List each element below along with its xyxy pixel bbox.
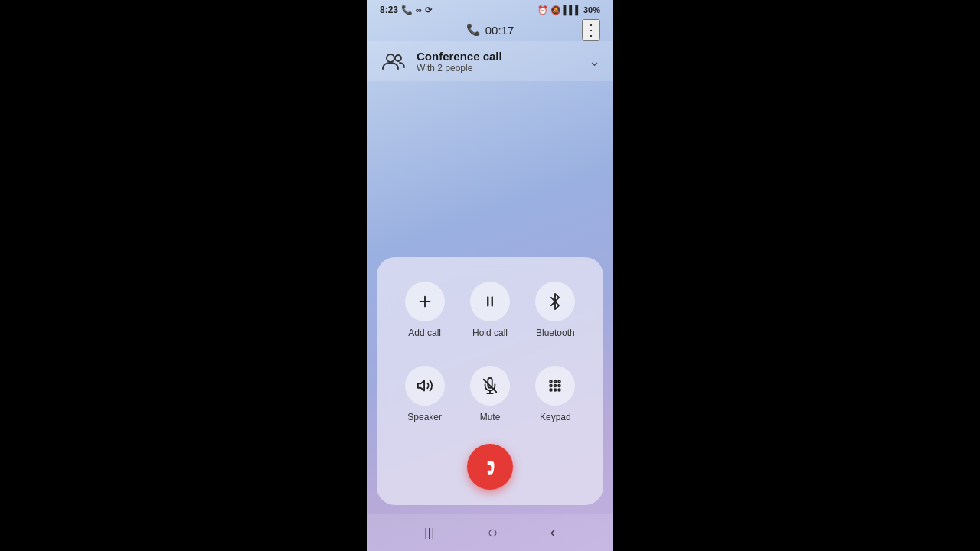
add-call-icon bbox=[405, 282, 445, 321]
time-display: 8:23 bbox=[380, 5, 398, 15]
mute-icon-container bbox=[470, 366, 510, 406]
svg-point-13 bbox=[550, 385, 552, 387]
svg-marker-6 bbox=[417, 381, 423, 391]
pause-icon bbox=[482, 293, 498, 310]
speaker-icon bbox=[416, 377, 433, 394]
keypad-button[interactable]: Keypad bbox=[523, 360, 588, 429]
end-call-button[interactable] bbox=[467, 444, 513, 490]
svg-point-18 bbox=[558, 389, 560, 391]
control-grid-bottom: Speaker Mute bbox=[392, 360, 588, 429]
speaker-label: Speaker bbox=[407, 412, 442, 422]
end-call-container bbox=[392, 444, 588, 490]
svg-point-1 bbox=[395, 55, 401, 61]
nav-back-button[interactable]: ‹ bbox=[550, 523, 555, 543]
hold-call-label: Hold call bbox=[472, 328, 508, 338]
conference-info: Conference call With 2 people ⌄ bbox=[368, 41, 612, 81]
control-panel: Add call Hold call Bl bbox=[377, 257, 603, 505]
svg-point-17 bbox=[554, 389, 557, 391]
timer-display: 00:17 bbox=[485, 24, 514, 37]
bluetooth-label: Bluetooth bbox=[536, 328, 575, 338]
control-grid-top: Add call Hold call Bl bbox=[392, 276, 588, 344]
svg-point-15 bbox=[558, 385, 560, 387]
speaker-icon-container bbox=[405, 366, 445, 406]
phone-call-icon: 📞 bbox=[401, 5, 413, 15]
status-right: ⏰ 🔕 ▌▌▌ 30% bbox=[537, 5, 600, 15]
bluetooth-button[interactable]: Bluetooth bbox=[523, 276, 588, 344]
svg-point-11 bbox=[554, 380, 557, 383]
voicemail-icon: ∞ bbox=[416, 5, 422, 15]
status-bar: 8:23 📞 ∞ ⟳ ⏰ 🔕 ▌▌▌ 30% bbox=[368, 0, 612, 18]
mute-label: Mute bbox=[480, 412, 501, 422]
keypad-icon bbox=[547, 377, 564, 394]
svg-point-14 bbox=[554, 385, 557, 387]
conference-text: Conference call With 2 people bbox=[416, 50, 502, 73]
conference-title: Conference call bbox=[416, 50, 502, 63]
end-call-icon bbox=[479, 456, 501, 478]
status-left: 8:23 📞 ∞ ⟳ bbox=[380, 5, 432, 15]
add-call-label: Add call bbox=[408, 328, 441, 338]
hold-call-button[interactable]: Hold call bbox=[457, 276, 522, 344]
svg-point-0 bbox=[387, 54, 394, 62]
bluetooth-icon bbox=[547, 293, 564, 310]
signal-icon: ▌▌▌ bbox=[564, 5, 581, 15]
plus-icon bbox=[416, 293, 433, 310]
speaker-button[interactable]: Speaker bbox=[392, 360, 457, 429]
keypad-icon-container bbox=[535, 366, 575, 406]
main-spacer bbox=[368, 81, 612, 257]
add-call-button[interactable]: Add call bbox=[392, 276, 457, 344]
nav-recents-button[interactable]: ||| bbox=[424, 527, 435, 539]
svg-point-16 bbox=[550, 389, 552, 391]
mute-icon bbox=[482, 377, 498, 394]
more-options-button[interactable]: ⋮ bbox=[582, 19, 600, 41]
keypad-label: Keypad bbox=[540, 412, 571, 422]
nav-home-button[interactable]: ○ bbox=[488, 523, 498, 543]
navigation-bar: ||| ○ ‹ bbox=[368, 514, 612, 551]
conference-subtitle: With 2 people bbox=[416, 63, 502, 73]
sync-icon: ⟳ bbox=[425, 5, 432, 15]
hold-call-icon bbox=[470, 282, 510, 321]
silent-icon: 🔕 bbox=[550, 5, 561, 15]
call-timer: 📞 00:17 bbox=[466, 23, 514, 37]
alarm-icon: ⏰ bbox=[537, 5, 548, 15]
conference-avatar bbox=[380, 47, 407, 75]
bluetooth-icon-container bbox=[535, 282, 575, 321]
phone-icon-timer: 📞 bbox=[466, 23, 481, 37]
phone-screen: 8:23 📞 ∞ ⟳ ⏰ 🔕 ▌▌▌ 30% 📞 00:17 ⋮ bbox=[368, 0, 612, 551]
battery-display: 30% bbox=[583, 5, 600, 15]
chevron-down-icon[interactable]: ⌄ bbox=[589, 53, 600, 70]
group-icon bbox=[381, 49, 406, 73]
svg-point-10 bbox=[550, 380, 552, 383]
svg-point-12 bbox=[558, 380, 560, 383]
call-timer-bar: 📞 00:17 ⋮ bbox=[368, 18, 612, 41]
mute-button[interactable]: Mute bbox=[457, 360, 522, 429]
